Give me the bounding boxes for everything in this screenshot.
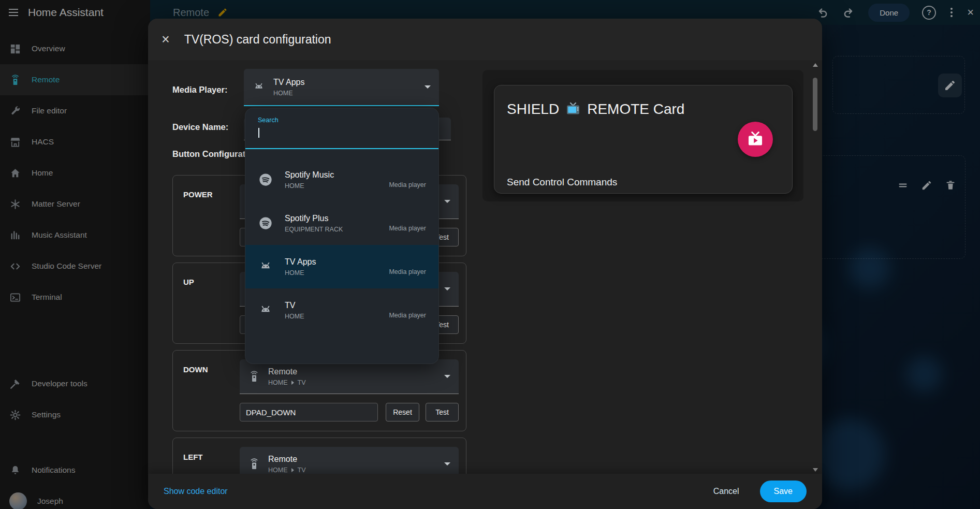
card-configuration-dialog: × TV(ROS) card configuration Media Playe… [148, 19, 822, 509]
scroll-down-icon[interactable] [813, 468, 818, 472]
row-key-label: UP [183, 278, 194, 286]
dialog-header: × TV(ROS) card configuration [148, 19, 822, 60]
row-key-label: DOWN [183, 365, 208, 374]
preview-title-suffix: REMOTE Card [587, 101, 684, 118]
dialog-footer: Show code editor Cancel Save [148, 474, 822, 509]
dialog-title: TV(ROS) card configuration [184, 33, 331, 47]
chevron-down-icon [444, 375, 450, 378]
selected-player-area: HOME [273, 90, 304, 97]
entity-name: Remote [268, 455, 305, 464]
android-icon [258, 259, 273, 274]
item-name: TV [285, 301, 304, 310]
item-area: EQUIPMENT RACK [285, 226, 343, 233]
show-code-editor-link[interactable]: Show code editor [164, 487, 228, 496]
dialog-scrollbar[interactable] [812, 63, 818, 472]
spotify-icon [258, 172, 273, 187]
media-player-label: Media Player: [172, 85, 227, 95]
item-type: Media player [389, 312, 426, 319]
search-input[interactable]: Search [245, 108, 438, 149]
entity-device: TV [298, 467, 306, 474]
row-key-label: POWER [183, 190, 213, 199]
launch-tv-button[interactable] [738, 122, 773, 157]
dialog-close-icon[interactable]: × [162, 33, 170, 47]
item-name: TV Apps [285, 257, 316, 267]
media-player-select[interactable]: TV Apps HOME [244, 69, 439, 106]
chevron-down-icon [425, 85, 431, 89]
item-type: Media player [389, 225, 426, 232]
down-entity-select[interactable]: Remote HOME TV [240, 359, 459, 394]
reset-button[interactable]: Reset [386, 403, 419, 421]
entity-dropdown-menu: Search Spotify Music HOME Media player S… [245, 108, 439, 364]
chevron-down-icon [444, 287, 450, 290]
live-tv-icon [747, 130, 764, 148]
row-key-label: LEFT [183, 453, 203, 461]
item-type: Media player [389, 268, 426, 275]
command-value: DPAD_DOWN [246, 408, 296, 417]
menu-item-tv-apps[interactable]: TV Apps HOME Media player [245, 245, 438, 288]
preview-subtitle: Send Control Commands [507, 177, 617, 188]
android-icon [258, 302, 273, 318]
item-area: HOME [285, 269, 316, 277]
item-area: HOME [285, 313, 304, 320]
preview-title-prefix: SHIELD [507, 101, 559, 118]
entity-area: HOME [268, 379, 288, 386]
test-button[interactable]: Test [426, 403, 459, 421]
app-window: Remote Done ? × Home Assistant Overview [0, 0, 980, 509]
entity-area: HOME [268, 467, 288, 474]
item-type: Media player [389, 181, 426, 188]
chevron-down-icon [444, 200, 450, 203]
preview-title: SHIELD REMOTE Card [507, 101, 684, 118]
remote-card-preview: SHIELD REMOTE Card Send Control Commands [494, 85, 793, 194]
menu-item-tv[interactable]: TV HOME Media player [245, 288, 438, 332]
remote-icon [248, 370, 260, 383]
remote-icon [248, 458, 260, 470]
menu-item-spotify-music[interactable]: Spotify Music HOME Media player [245, 158, 438, 201]
down-command-input[interactable]: DPAD_DOWN [240, 403, 378, 421]
search-placeholder: Search [258, 117, 426, 124]
menu-item-spotify-plus[interactable]: Spotify Plus EQUIPMENT RACK Media player [245, 201, 438, 245]
item-name: Spotify Plus [285, 214, 343, 223]
breadcrumb-arrow-icon [291, 468, 294, 472]
scroll-up-icon[interactable] [813, 63, 818, 67]
chevron-down-icon [444, 462, 450, 466]
card-preview-area: SHIELD REMOTE Card Send Control Commands [482, 70, 803, 201]
cancel-button[interactable]: Cancel [713, 487, 739, 496]
item-name: Spotify Music [285, 170, 334, 180]
android-icon [252, 80, 266, 94]
text-cursor [258, 128, 259, 138]
entity-name: Remote [268, 367, 305, 376]
entity-device: TV [298, 379, 306, 386]
spotify-icon [258, 215, 273, 231]
tv-emoji-icon [565, 101, 581, 117]
item-area: HOME [285, 182, 334, 190]
save-button[interactable]: Save [760, 481, 807, 502]
device-name-label: Device Name: [172, 122, 228, 132]
breadcrumb-arrow-icon [291, 381, 294, 385]
selected-player-name: TV Apps [273, 78, 304, 87]
scrollbar-thumb[interactable] [813, 78, 817, 131]
